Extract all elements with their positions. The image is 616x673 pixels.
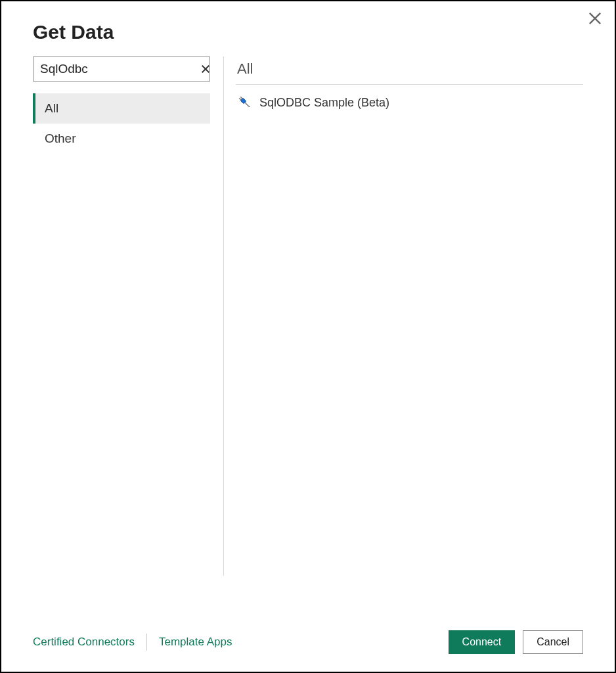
cancel-button[interactable]: Cancel	[523, 630, 583, 654]
svg-line-5	[239, 98, 241, 100]
category-item-other[interactable]: Other	[33, 124, 210, 154]
footer-separator	[146, 634, 147, 651]
right-panel: All SqlODBC Sample (Beta)	[236, 57, 583, 613]
dialog-footer: Certified Connectors Template Apps Conne…	[1, 613, 615, 672]
get-data-dialog: Get Data All Other	[0, 0, 616, 673]
certified-connectors-link[interactable]: Certified Connectors	[33, 636, 135, 649]
svg-line-6	[240, 97, 242, 99]
results-header: All	[236, 57, 583, 85]
category-label: Other	[45, 131, 76, 145]
dialog-title: Get Data	[1, 1, 615, 57]
category-item-all[interactable]: All	[33, 93, 210, 124]
search-wrap	[33, 57, 210, 81]
clear-search-icon[interactable]	[200, 59, 211, 79]
dialog-body: All Other All	[1, 57, 615, 613]
plug-icon	[236, 95, 254, 110]
close-icon[interactable]	[586, 9, 604, 28]
template-apps-link[interactable]: Template Apps	[159, 636, 232, 649]
search-input[interactable]	[33, 59, 200, 79]
connect-button[interactable]: Connect	[449, 630, 516, 654]
left-panel: All Other	[33, 57, 210, 613]
category-list: All Other	[33, 93, 210, 154]
connector-label: SqlODBC Sample (Beta)	[259, 96, 389, 110]
vertical-divider	[223, 57, 224, 576]
footer-links: Certified Connectors Template Apps	[33, 634, 232, 651]
category-label: All	[45, 101, 58, 115]
connector-item-sqlodbc-sample[interactable]: SqlODBC Sample (Beta)	[236, 93, 583, 112]
